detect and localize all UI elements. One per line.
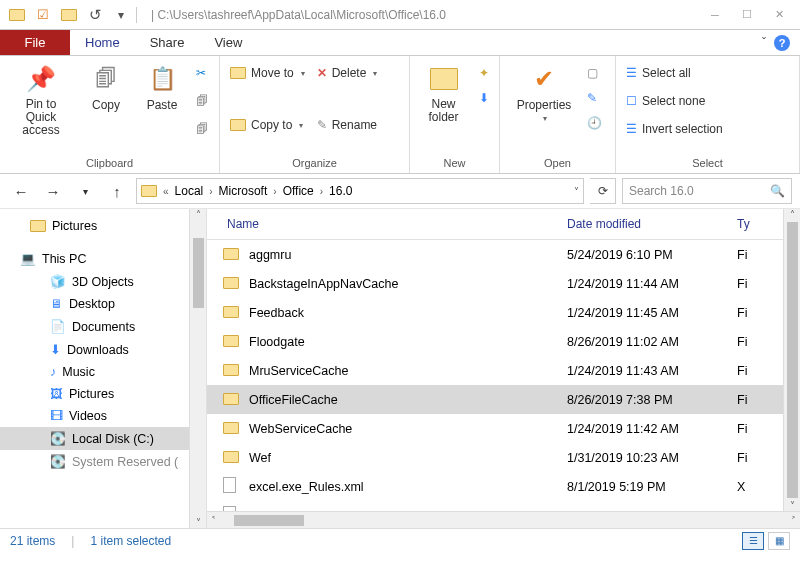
collapse-ribbon-icon[interactable]: ˇ: [762, 36, 766, 50]
nav-pictures2[interactable]: 🖼Pictures: [0, 383, 206, 405]
close-button[interactable]: ✕: [764, 1, 794, 29]
file-list-pane[interactable]: Name Date modified Ty aggmru5/24/2019 6:…: [207, 209, 800, 528]
scroll-right-icon[interactable]: ˃: [791, 515, 796, 526]
paste-icon: 📋: [145, 62, 179, 96]
maximize-button[interactable]: ☐: [732, 1, 762, 29]
file-row[interactable]: WebServiceCache1/24/2019 11:42 AMFi: [207, 414, 800, 443]
file-row[interactable]: BackstageInAppNavCache1/24/2019 11:44 AM…: [207, 269, 800, 298]
qat-properties-icon[interactable]: ☑: [32, 4, 54, 26]
move-to-button[interactable]: Move to▾: [230, 62, 305, 84]
delete-button[interactable]: ✕Delete▾: [317, 62, 378, 84]
nav-videos[interactable]: 🎞Videos: [0, 405, 206, 427]
group-label-organize: Organize: [230, 155, 399, 171]
crumb-microsoft[interactable]: Microsoft: [215, 182, 272, 200]
file-name: Feedback: [249, 306, 567, 320]
home-tab[interactable]: Home: [70, 30, 135, 55]
qat-undo-icon[interactable]: ↺: [84, 4, 106, 26]
recent-locations-button[interactable]: ▾: [72, 178, 98, 204]
details-view-button[interactable]: ☰: [742, 532, 764, 550]
scroll-up-icon[interactable]: ˄: [196, 209, 201, 220]
column-name[interactable]: Name: [207, 217, 567, 231]
pin-quick-access-button[interactable]: 📌 Pin to Quick access: [10, 62, 72, 138]
share-tab[interactable]: Share: [135, 30, 200, 55]
nav-documents[interactable]: 📄Documents: [0, 315, 206, 338]
move-to-icon: [230, 67, 246, 79]
scroll-thumb[interactable]: [193, 238, 204, 308]
file-row[interactable]: Floodgate8/26/2019 11:02 AMFi: [207, 327, 800, 356]
minimize-button[interactable]: ─: [700, 1, 730, 29]
crumb-16[interactable]: 16.0: [325, 182, 356, 200]
refresh-button[interactable]: ⟳: [590, 178, 616, 204]
pin-icon: 📌: [24, 62, 58, 96]
folder-icon[interactable]: [6, 4, 28, 26]
file-row[interactable]: excel.exe_Rules.xml8/1/2019 5:19 PMX: [207, 472, 800, 501]
nav-system-reserved[interactable]: 💽System Reserved (: [0, 450, 206, 473]
nav-label: System Reserved (: [72, 455, 178, 469]
nav-thispc[interactable]: 💻This PC: [0, 247, 206, 270]
view-tab[interactable]: View: [199, 30, 257, 55]
help-icon[interactable]: ?: [774, 35, 790, 51]
pin-label: Pin to Quick access: [10, 98, 72, 138]
history-button[interactable]: 🕘: [587, 112, 602, 134]
rename-button[interactable]: ✎Rename: [317, 114, 378, 136]
scroll-down-icon[interactable]: ˅: [196, 517, 201, 528]
paste-shortcut-button[interactable]: 🗐: [196, 118, 208, 140]
folder-icon: [223, 363, 243, 379]
scroll-down-icon[interactable]: ˅: [790, 500, 795, 511]
scroll-thumb[interactable]: [787, 222, 798, 498]
qat-open-icon[interactable]: [58, 4, 80, 26]
scroll-thumb[interactable]: [234, 515, 304, 526]
nav-local-disk[interactable]: 💽Local Disk (C:): [0, 427, 206, 450]
qat-customize-icon[interactable]: ▾: [110, 4, 132, 26]
file-row[interactable]: Wef1/31/2019 10:23 AMFi: [207, 443, 800, 472]
icons-view-button[interactable]: ▦: [768, 532, 790, 550]
chevron-down-icon[interactable]: ˅: [574, 186, 579, 197]
invert-selection-button[interactable]: ☰Invert selection: [626, 118, 723, 140]
file-tab[interactable]: File: [0, 30, 70, 55]
new-folder-button[interactable]: New folder: [420, 62, 467, 124]
file-name: Floodgate: [249, 335, 567, 349]
folder-icon: [223, 247, 243, 263]
copy-to-button[interactable]: Copy to▾: [230, 114, 305, 136]
nav-pictures[interactable]: Pictures: [0, 215, 206, 237]
back-button[interactable]: ←: [8, 178, 34, 204]
new-item-icon: ✦: [479, 66, 489, 80]
file-scrollbar-horizontal[interactable]: ˂ ˃: [207, 511, 800, 528]
properties-button[interactable]: ✔ Properties ▾: [513, 62, 575, 123]
easy-access-icon: ⬇: [479, 91, 489, 105]
file-row[interactable]: aggmru5/24/2019 6:10 PMFi: [207, 240, 800, 269]
file-row[interactable]: Feedback1/24/2019 11:45 AMFi: [207, 298, 800, 327]
breadcrumb[interactable]: « Local› Microsoft› Office› 16.0 ˅: [136, 178, 584, 204]
copy-button[interactable]: 🗐 Copy: [84, 62, 128, 112]
select-all-button[interactable]: ☰Select all: [626, 62, 723, 84]
nav-downloads[interactable]: ⬇Downloads: [0, 338, 206, 361]
nav-music[interactable]: ♪Music: [0, 361, 206, 383]
file-row[interactable]: MruServiceCache1/24/2019 11:43 AMFi: [207, 356, 800, 385]
folder-icon: [141, 185, 157, 197]
paste-button[interactable]: 📋 Paste: [140, 62, 184, 112]
nav-scrollbar[interactable]: ˄ ˅: [189, 209, 206, 528]
nav-label: Pictures: [52, 219, 97, 233]
file-row[interactable]: OfficeFileCache8/26/2019 7:38 PMFi: [207, 385, 800, 414]
up-button[interactable]: ↑: [104, 178, 130, 204]
search-input[interactable]: Search 16.0 🔍: [622, 178, 792, 204]
edit-button[interactable]: ✎: [587, 87, 602, 109]
cut-button[interactable]: ✂: [196, 62, 208, 84]
open-button[interactable]: ▢: [587, 62, 602, 84]
chevron-right-icon: ›: [320, 186, 323, 197]
nav-desktop[interactable]: 🖥Desktop: [0, 293, 206, 315]
crumb-local[interactable]: Local: [171, 182, 208, 200]
scroll-up-icon[interactable]: ˄: [790, 209, 795, 220]
crumb-office[interactable]: Office: [279, 182, 318, 200]
new-item-button[interactable]: ✦: [479, 62, 489, 84]
select-none-button[interactable]: ☐Select none: [626, 90, 723, 112]
nav-3d-objects[interactable]: 🧊3D Objects: [0, 270, 206, 293]
navigation-pane[interactable]: Pictures 💻This PC 🧊3D Objects 🖥Desktop 📄…: [0, 209, 207, 528]
file-scrollbar-vertical[interactable]: ˄ ˅: [783, 209, 800, 511]
copy-path-button[interactable]: 🗐: [196, 90, 208, 112]
downloads-icon: ⬇: [50, 342, 61, 357]
easy-access-button[interactable]: ⬇: [479, 87, 489, 109]
scroll-left-icon[interactable]: ˂: [211, 515, 216, 526]
column-date[interactable]: Date modified: [567, 217, 737, 231]
forward-button[interactable]: →: [40, 178, 66, 204]
